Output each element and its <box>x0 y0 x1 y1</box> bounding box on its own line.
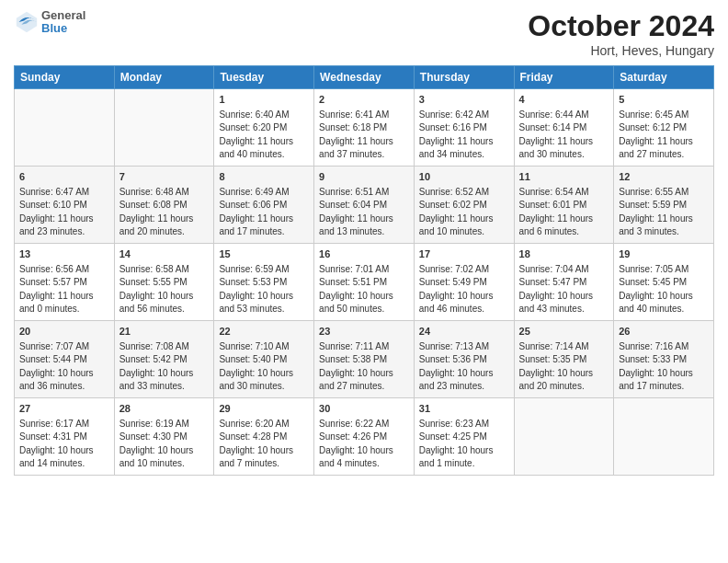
calendar-table: SundayMondayTuesdayWednesdayThursdayFrid… <box>14 65 714 476</box>
calendar-cell: 26Sunrise: 7:16 AMSunset: 5:33 PMDayligh… <box>614 320 714 397</box>
calendar-cell: 22Sunrise: 7:10 AMSunset: 5:40 PMDayligh… <box>214 320 314 397</box>
calendar-header-row: SundayMondayTuesdayWednesdayThursdayFrid… <box>15 66 714 89</box>
calendar-cell: 31Sunrise: 6:23 AMSunset: 4:25 PMDayligh… <box>414 397 514 475</box>
calendar-cell: 16Sunrise: 7:01 AMSunset: 5:51 PMDayligh… <box>314 243 415 320</box>
logo: General Blue <box>14 9 85 36</box>
logo-text: General Blue <box>41 9 85 36</box>
day-number: 23 <box>319 325 409 339</box>
calendar-cell: 20Sunrise: 7:07 AMSunset: 5:44 PMDayligh… <box>15 320 115 397</box>
day-number: 11 <box>519 170 609 185</box>
column-header-sunday: Sunday <box>15 66 115 89</box>
calendar-cell: 2Sunrise: 6:41 AMSunset: 6:18 PMDaylight… <box>314 89 415 167</box>
day-number: 7 <box>119 170 210 185</box>
calendar-cell <box>114 89 214 167</box>
column-header-monday: Monday <box>114 66 214 89</box>
day-number: 2 <box>319 93 409 108</box>
calendar-week-row: 1Sunrise: 6:40 AMSunset: 6:20 PMDaylight… <box>15 89 714 167</box>
day-number: 15 <box>219 247 309 262</box>
day-number: 22 <box>219 325 309 339</box>
day-number: 27 <box>19 402 109 417</box>
calendar-cell: 27Sunrise: 6:17 AMSunset: 4:31 PMDayligh… <box>15 397 115 475</box>
day-number: 21 <box>119 325 210 339</box>
day-number: 10 <box>419 170 509 185</box>
column-header-tuesday: Tuesday <box>214 66 314 89</box>
calendar-cell: 4Sunrise: 6:44 AMSunset: 6:14 PMDaylight… <box>514 89 614 167</box>
day-number: 18 <box>519 247 609 262</box>
day-number: 24 <box>419 325 509 339</box>
day-number: 20 <box>19 325 109 339</box>
day-number: 19 <box>619 247 709 262</box>
day-number: 26 <box>619 325 709 339</box>
calendar-cell <box>614 397 714 475</box>
day-number: 14 <box>119 247 210 262</box>
logo-icon <box>14 9 40 35</box>
calendar-week-row: 20Sunrise: 7:07 AMSunset: 5:44 PMDayligh… <box>15 320 714 397</box>
day-number: 16 <box>319 247 409 262</box>
calendar-cell: 9Sunrise: 6:51 AMSunset: 6:04 PMDaylight… <box>314 166 415 243</box>
calendar-cell: 25Sunrise: 7:14 AMSunset: 5:35 PMDayligh… <box>514 320 614 397</box>
calendar-title: October 2024 <box>528 9 714 43</box>
calendar-cell: 5Sunrise: 6:45 AMSunset: 6:12 PMDaylight… <box>614 89 714 167</box>
calendar-week-row: 27Sunrise: 6:17 AMSunset: 4:31 PMDayligh… <box>15 397 714 475</box>
day-number: 1 <box>219 93 309 108</box>
day-number: 4 <box>519 93 609 108</box>
day-number: 13 <box>19 247 109 262</box>
calendar-cell: 30Sunrise: 6:22 AMSunset: 4:26 PMDayligh… <box>314 397 415 475</box>
calendar-cell <box>514 397 614 475</box>
calendar-cell: 24Sunrise: 7:13 AMSunset: 5:36 PMDayligh… <box>414 320 514 397</box>
logo-blue: Blue <box>41 22 85 35</box>
calendar-cell: 6Sunrise: 6:47 AMSunset: 6:10 PMDaylight… <box>15 166 115 243</box>
calendar-cell <box>15 89 115 167</box>
calendar-cell: 14Sunrise: 6:58 AMSunset: 5:55 PMDayligh… <box>114 243 214 320</box>
calendar-cell: 29Sunrise: 6:20 AMSunset: 4:28 PMDayligh… <box>214 397 314 475</box>
day-number: 5 <box>619 93 709 108</box>
calendar-cell: 17Sunrise: 7:02 AMSunset: 5:49 PMDayligh… <box>414 243 514 320</box>
day-number: 25 <box>519 325 609 339</box>
calendar-week-row: 13Sunrise: 6:56 AMSunset: 5:57 PMDayligh… <box>15 243 714 320</box>
calendar-cell: 8Sunrise: 6:49 AMSunset: 6:06 PMDaylight… <box>214 166 314 243</box>
day-number: 12 <box>619 170 709 185</box>
calendar-cell: 12Sunrise: 6:55 AMSunset: 5:59 PMDayligh… <box>614 166 714 243</box>
day-number: 3 <box>419 93 509 108</box>
title-block: October 2024 Hort, Heves, Hungary <box>528 9 714 58</box>
day-number: 31 <box>419 402 509 417</box>
column-header-friday: Friday <box>514 66 614 89</box>
day-number: 28 <box>119 402 210 417</box>
day-number: 30 <box>319 402 409 417</box>
calendar-cell: 19Sunrise: 7:05 AMSunset: 5:45 PMDayligh… <box>614 243 714 320</box>
calendar-cell: 1Sunrise: 6:40 AMSunset: 6:20 PMDaylight… <box>214 89 314 167</box>
calendar-week-row: 6Sunrise: 6:47 AMSunset: 6:10 PMDaylight… <box>15 166 714 243</box>
calendar-cell: 13Sunrise: 6:56 AMSunset: 5:57 PMDayligh… <box>15 243 115 320</box>
calendar-cell: 3Sunrise: 6:42 AMSunset: 6:16 PMDaylight… <box>414 89 514 167</box>
day-number: 29 <box>219 402 309 417</box>
calendar-cell: 21Sunrise: 7:08 AMSunset: 5:42 PMDayligh… <box>114 320 214 397</box>
logo-general: General <box>41 9 85 22</box>
column-header-saturday: Saturday <box>614 66 714 89</box>
calendar-subtitle: Hort, Heves, Hungary <box>528 43 714 58</box>
calendar-cell: 18Sunrise: 7:04 AMSunset: 5:47 PMDayligh… <box>514 243 614 320</box>
column-header-wednesday: Wednesday <box>314 66 415 89</box>
calendar-cell: 10Sunrise: 6:52 AMSunset: 6:02 PMDayligh… <box>414 166 514 243</box>
day-number: 17 <box>419 247 509 262</box>
calendar-cell: 28Sunrise: 6:19 AMSunset: 4:30 PMDayligh… <box>114 397 214 475</box>
header: General Blue October 2024 Hort, Heves, H… <box>14 9 714 58</box>
page: General Blue October 2024 Hort, Heves, H… <box>0 0 728 563</box>
day-number: 9 <box>319 170 409 185</box>
calendar-cell: 15Sunrise: 6:59 AMSunset: 5:53 PMDayligh… <box>214 243 314 320</box>
day-number: 8 <box>219 170 309 185</box>
day-number: 6 <box>19 170 109 185</box>
calendar-cell: 7Sunrise: 6:48 AMSunset: 6:08 PMDaylight… <box>114 166 214 243</box>
calendar-cell: 23Sunrise: 7:11 AMSunset: 5:38 PMDayligh… <box>314 320 415 397</box>
calendar-cell: 11Sunrise: 6:54 AMSunset: 6:01 PMDayligh… <box>514 166 614 243</box>
column-header-thursday: Thursday <box>414 66 514 89</box>
